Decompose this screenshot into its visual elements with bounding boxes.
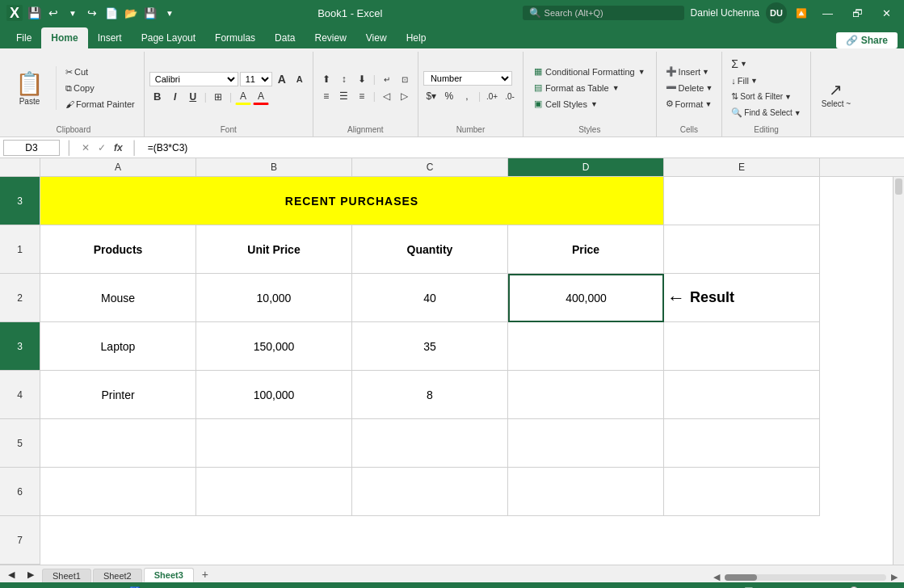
tab-review[interactable]: Review (305, 27, 355, 48)
cell-b4[interactable]: 150,000 (196, 322, 352, 371)
cell-d5[interactable] (508, 371, 664, 419)
scroll-left-icon[interactable]: ◀ (713, 572, 720, 582)
cell-d4[interactable] (508, 322, 664, 371)
fill-color-button[interactable]: A (235, 89, 251, 105)
align-left-button[interactable]: ≡ (318, 88, 334, 104)
page-layout-view-button[interactable]: ☐ (742, 586, 755, 589)
share-button[interactable]: 🔗 Share (836, 32, 898, 48)
underline-button[interactable]: U (185, 89, 201, 105)
insert-cells-button[interactable]: ➕ Insert ▼ (662, 64, 717, 79)
font-name-select[interactable]: Calibri (149, 72, 238, 86)
format-cells-button[interactable]: ⚙ Format ▼ (662, 96, 717, 111)
open-file-icon[interactable]: 📂 (123, 5, 139, 21)
tab-page-layout[interactable]: Page Layout (132, 27, 205, 48)
cancel-formula-button[interactable]: ✕ (79, 142, 92, 153)
tab-file[interactable]: File (6, 27, 41, 48)
cell-a7[interactable] (40, 468, 196, 516)
row-header-3[interactable]: 3 (0, 177, 40, 225)
col-header-e[interactable]: E (664, 158, 820, 176)
scroll-right-icon[interactable]: ▶ (891, 572, 898, 582)
cell-b7[interactable] (196, 468, 352, 516)
cell-d3[interactable]: 400,000 (508, 274, 664, 322)
cell-c3[interactable]: 40 (352, 274, 508, 322)
normal-view-button[interactable]: ⊞ (724, 586, 736, 589)
format-as-table-button[interactable]: ▤ Format as Table ▼ (528, 80, 651, 95)
increase-decimal-button[interactable]: .0+ (484, 88, 500, 104)
copy-button[interactable]: ⧉ Copy (61, 81, 139, 96)
search-placeholder[interactable]: Search (Alt+Q) (545, 8, 603, 18)
cell-c7[interactable] (352, 468, 508, 516)
decrease-decimal-button[interactable]: .0- (502, 88, 518, 104)
cut-button[interactable]: ✂ Cut (61, 65, 139, 80)
cell-e2[interactable] (664, 225, 820, 274)
cell-b2[interactable]: Unit Price (196, 225, 352, 274)
cell-c4[interactable]: 35 (352, 322, 508, 371)
cell-d6[interactable] (508, 419, 664, 468)
col-header-c[interactable]: C (352, 158, 508, 176)
cell-a5[interactable]: Printer (40, 371, 196, 419)
sheet-tab-2[interactable]: Sheet2 (93, 569, 142, 582)
add-sheet-button[interactable]: + (196, 566, 215, 582)
wrap-text-button[interactable]: ↵ (379, 71, 395, 87)
italic-button[interactable]: I (167, 89, 183, 105)
align-bottom-button[interactable]: ⬇ (354, 71, 370, 87)
insert-function-button[interactable]: fx (111, 142, 125, 153)
find-select-button[interactable]: 🔍 Find & Select ▼ (727, 105, 805, 120)
formula-input[interactable] (145, 141, 901, 155)
merge-center-button[interactable]: ⊡ (397, 71, 413, 87)
tab-formulas[interactable]: Formulas (205, 27, 265, 48)
increase-indent-button[interactable]: ▷ (397, 88, 413, 104)
customize-icon[interactable]: ▼ (162, 5, 178, 21)
cell-b6[interactable] (196, 419, 352, 468)
sheet-tab-1[interactable]: Sheet1 (42, 569, 91, 582)
tab-view[interactable]: View (356, 27, 397, 48)
save-icon[interactable]: 💾 (26, 5, 42, 21)
percent-button[interactable]: % (441, 88, 457, 104)
cell-c2[interactable]: Quantity (352, 225, 508, 274)
borders-button[interactable]: ⊞ (210, 89, 226, 105)
delete-cells-button[interactable]: ➖ Delete ▼ (662, 80, 717, 95)
font-size-select[interactable]: 11 (240, 72, 272, 86)
next-sheet-button[interactable]: ▶ (23, 566, 39, 582)
tab-insert[interactable]: Insert (88, 27, 132, 48)
col-header-a[interactable]: A (40, 158, 196, 176)
cell-e7[interactable] (664, 468, 820, 516)
vertical-scrollbar[interactable] (893, 177, 904, 565)
page-break-view-button[interactable]: ▦ (762, 586, 775, 589)
corner-cell[interactable] (0, 158, 40, 176)
row-header-6[interactable]: 6 (0, 468, 40, 516)
tab-data[interactable]: Data (265, 27, 305, 48)
close-button[interactable]: ✕ (876, 4, 898, 23)
bold-button[interactable]: B (149, 89, 166, 105)
align-middle-button[interactable]: ↕ (336, 71, 352, 87)
conditional-formatting-button[interactable]: ▦ Conditional Formatting ▼ (528, 64, 651, 79)
row-header-3b[interactable]: 3 (0, 322, 40, 371)
select-button[interactable]: ↗ Select ~ (816, 77, 856, 111)
zoom-in-button[interactable]: + (862, 586, 872, 589)
cell-a2[interactable]: Products (40, 225, 196, 274)
decrease-indent-button[interactable]: ◁ (379, 88, 395, 104)
align-top-button[interactable]: ⬆ (318, 71, 334, 87)
undo-dropdown-icon[interactable]: ▼ (65, 5, 81, 21)
cell-e6[interactable] (664, 419, 820, 468)
row-header-4[interactable]: 4 (0, 371, 40, 419)
dollar-button[interactable]: $▾ (423, 88, 439, 104)
row-header-7[interactable]: 7 (0, 516, 40, 565)
row-header-5[interactable]: 5 (0, 419, 40, 468)
redo-icon[interactable]: ↪ (84, 5, 100, 21)
col-header-b[interactable]: B (196, 158, 352, 176)
new-file-icon[interactable]: 📄 (103, 5, 120, 21)
fill-button[interactable]: ↓ Fill ▼ (727, 74, 805, 88)
row-header-1[interactable]: 1 (0, 225, 40, 274)
format-painter-button[interactable]: 🖌 Format Painter (61, 97, 139, 111)
cell-e1[interactable] (664, 177, 820, 225)
cell-d2[interactable]: Price (508, 225, 664, 274)
cell-a1[interactable]: RECENT PURCHASES (40, 177, 196, 225)
cell-e5[interactable] (664, 371, 820, 419)
paste-button[interactable]: 📋 Paste (8, 66, 51, 110)
restore-button[interactable]: 🗗 (846, 4, 869, 23)
name-box[interactable] (3, 140, 60, 156)
row-header-2[interactable]: 2 (0, 274, 40, 322)
cell-c5[interactable]: 8 (352, 371, 508, 419)
confirm-formula-button[interactable]: ✓ (95, 142, 108, 153)
